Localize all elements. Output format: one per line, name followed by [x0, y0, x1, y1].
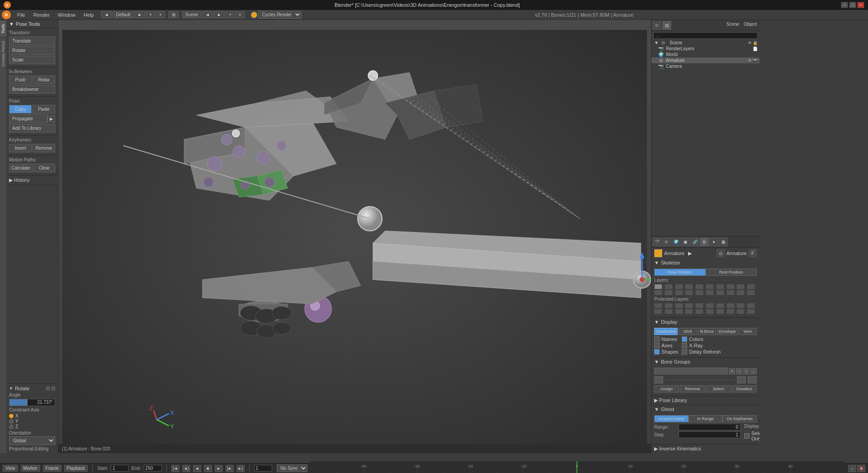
tab-options[interactable]: Grease Pencil — [0, 37, 6, 71]
bone-group-up-btn[interactable]: ↑ — [743, 368, 750, 374]
maximize-button[interactable]: □ — [849, 2, 856, 8]
prop-render-tab[interactable]: 🎬 — [652, 237, 661, 246]
orientation-select[interactable]: Global — [9, 436, 55, 445]
player-15[interactable] — [695, 309, 703, 314]
breakdowner-button[interactable]: Breakdowner — [9, 85, 55, 94]
viewport-canvas[interactable]: X Y Z (1) Armature : Bone.020 — [58, 20, 651, 453]
prop-object-tab[interactable]: ▣ — [681, 237, 690, 246]
rotate-collapse-btn[interactable]: ▼ — [9, 386, 13, 391]
layer-14[interactable] — [685, 290, 693, 295]
layer-20[interactable] — [747, 290, 755, 295]
display-props-title[interactable]: ▼ Display — [651, 318, 760, 326]
propagate-button[interactable]: Propagate — [9, 114, 47, 123]
history-toggle[interactable]: ▶ History — [9, 177, 55, 183]
timeline-ruler[interactable]: -40 -30 -20 -10 0 10 20 30 40 — [310, 461, 844, 473]
prop-world-tab[interactable]: 🌍 — [671, 237, 680, 246]
layer-15[interactable] — [695, 290, 703, 295]
menu-help[interactable]: Help — [80, 11, 98, 19]
player-11[interactable] — [654, 309, 662, 314]
layer-13[interactable] — [675, 290, 683, 295]
eye-icon[interactable]: 👁 — [748, 41, 752, 45]
outliner-scene[interactable]: ▼ ⊙ Scene 👁 🔒 — [651, 40, 760, 46]
layer-18[interactable] — [726, 290, 735, 295]
bone-group-add-btn[interactable]: + — [729, 368, 735, 374]
scale-button[interactable]: Scale — [9, 56, 55, 64]
remove-button[interactable]: Remove — [33, 144, 55, 152]
envelope-btn[interactable]: Envelope — [717, 328, 738, 335]
bone-group-remove-btn[interactable]: − — [736, 368, 742, 374]
viewport[interactable]: ⊞ View Select Pose 🦴 Pose Mode ⊕ ⊙ ◎ ⊡ G… — [58, 20, 651, 453]
outliner-camera[interactable]: 📷 Camera — [651, 63, 760, 69]
layer-3[interactable] — [675, 284, 683, 289]
around-frame-btn[interactable]: Around Frame — [654, 415, 689, 422]
player-19[interactable] — [736, 309, 745, 314]
calculate-button[interactable]: Calculate — [9, 164, 33, 172]
prop-material-tab[interactable]: ● — [709, 237, 718, 246]
player-18[interactable] — [726, 309, 735, 314]
player-6[interactable] — [706, 303, 714, 308]
screen-remove-button[interactable]: × — [156, 11, 165, 18]
audio-btn[interactable]: ♪ — [848, 465, 856, 472]
octahedral-btn[interactable]: Octahedral — [654, 328, 678, 335]
colors-checkbox[interactable] — [682, 336, 687, 342]
next-keyframe-btn[interactable]: |► — [226, 465, 234, 472]
bone-group-down-btn[interactable]: ↓ — [750, 368, 757, 374]
screen-prev-button[interactable]: ◄ — [101, 11, 112, 18]
pose-position-btn[interactable]: Pose Position — [654, 269, 706, 276]
xray-checkbox[interactable] — [682, 343, 687, 348]
layer-17[interactable] — [716, 290, 724, 295]
scene-add-button[interactable]: + — [226, 11, 235, 18]
bone-group-color[interactable] — [654, 376, 663, 383]
menu-window[interactable]: Window — [54, 11, 79, 19]
play-btn[interactable]: ► — [215, 465, 223, 472]
layer-5[interactable] — [695, 284, 703, 289]
armature-eye-icon[interactable]: 👁 — [748, 58, 752, 63]
delay-refresh-checkbox[interactable] — [682, 349, 687, 355]
step-input[interactable] — [679, 431, 741, 438]
layer-8[interactable] — [726, 284, 735, 289]
player-17[interactable] — [716, 309, 724, 314]
sync-select[interactable]: No Sync — [277, 464, 307, 472]
player-9[interactable] — [736, 303, 745, 308]
relax-button[interactable]: Relax — [33, 76, 55, 84]
inverse-kinematics-link[interactable]: ▶ Inverse Kinematics — [651, 445, 760, 453]
history-section[interactable]: ▶ History — [6, 175, 58, 185]
bone-group-color2[interactable] — [737, 376, 746, 383]
player-16[interactable] — [706, 309, 714, 314]
playback-menu-btn[interactable]: Playback — [64, 465, 88, 472]
on-keyframes-btn[interactable]: On Keyframes — [722, 415, 757, 422]
player-12[interactable] — [665, 309, 673, 314]
outliner-search[interactable] — [653, 32, 758, 39]
deselect-bg-btn[interactable]: Deselect — [732, 385, 757, 393]
layer-4[interactable] — [685, 284, 693, 289]
player-7[interactable] — [716, 303, 724, 308]
screen-next-button[interactable]: ► — [134, 11, 145, 18]
prop-scene-tab[interactable]: ⊙ — [662, 237, 671, 246]
tab-tools[interactable]: Tools — [0, 20, 6, 37]
stick-btn[interactable]: Stick — [679, 328, 697, 335]
layer-16[interactable] — [706, 290, 714, 295]
rotate-close-btn[interactable] — [46, 387, 50, 390]
scene-label[interactable]: Scene — [182, 11, 201, 18]
clear-button[interactable]: Clear — [33, 164, 55, 172]
scene-view-btn[interactable]: ⊙ — [652, 21, 661, 30]
axis-x-radio[interactable] — [9, 414, 14, 418]
in-range-btn[interactable]: In Range — [689, 415, 723, 422]
player-1[interactable] — [654, 303, 662, 308]
menu-render[interactable]: Render — [30, 11, 53, 19]
skeleton-title[interactable]: ▼ Skeleton — [651, 259, 760, 267]
paste-button[interactable]: Paste — [33, 105, 55, 114]
bone-group-name-input[interactable] — [654, 368, 728, 374]
copy-button[interactable]: Copy — [9, 105, 32, 114]
screen-add-button[interactable]: + — [146, 11, 155, 18]
blender-logo[interactable]: B — [2, 10, 11, 19]
prev-keyframe-btn[interactable]: ◄| — [182, 465, 190, 472]
bone-group-color3[interactable] — [748, 376, 757, 383]
insert-button[interactable]: Insert — [9, 144, 32, 152]
layer-7[interactable] — [716, 284, 724, 289]
ghost-title[interactable]: ▼ Ghost — [651, 405, 760, 413]
play-reverse-btn[interactable]: ◄ — [193, 465, 201, 472]
view-menu-btn[interactable]: View — [3, 465, 18, 472]
add-to-library-button[interactable]: Add To Library — [9, 124, 55, 132]
axis-y-radio[interactable] — [9, 419, 14, 424]
